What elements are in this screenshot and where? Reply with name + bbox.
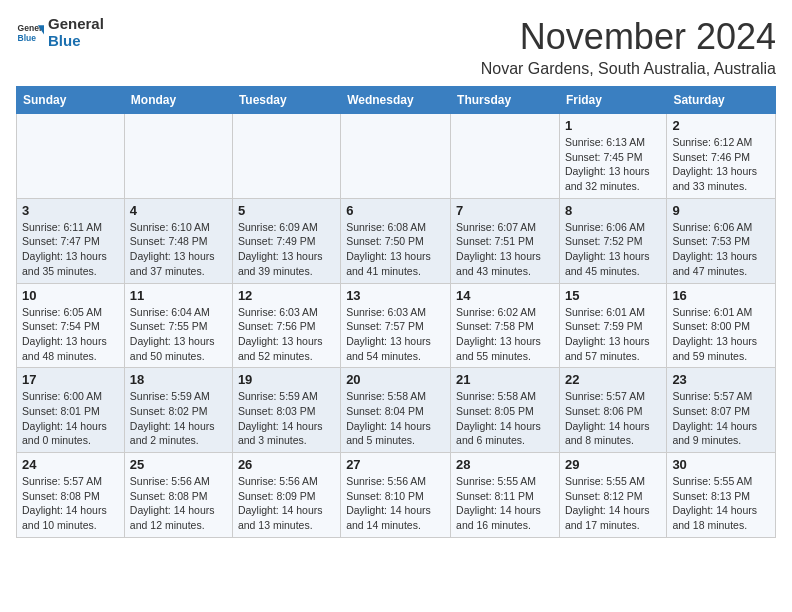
- calendar-cell: 22Sunrise: 5:57 AM Sunset: 8:06 PM Dayli…: [559, 368, 666, 453]
- calendar-cell: 5Sunrise: 6:09 AM Sunset: 7:49 PM Daylig…: [232, 198, 340, 283]
- day-info: Sunrise: 6:06 AM Sunset: 7:52 PM Dayligh…: [565, 220, 661, 279]
- day-number: 1: [565, 118, 661, 133]
- calendar-cell: 8Sunrise: 6:06 AM Sunset: 7:52 PM Daylig…: [559, 198, 666, 283]
- day-number: 24: [22, 457, 119, 472]
- calendar-cell: 25Sunrise: 5:56 AM Sunset: 8:08 PM Dayli…: [124, 453, 232, 538]
- day-number: 6: [346, 203, 445, 218]
- calendar-week-2: 3Sunrise: 6:11 AM Sunset: 7:47 PM Daylig…: [17, 198, 776, 283]
- calendar-cell: 11Sunrise: 6:04 AM Sunset: 7:55 PM Dayli…: [124, 283, 232, 368]
- calendar-cell: [124, 114, 232, 199]
- day-info: Sunrise: 6:08 AM Sunset: 7:50 PM Dayligh…: [346, 220, 445, 279]
- calendar-cell: 26Sunrise: 5:56 AM Sunset: 8:09 PM Dayli…: [232, 453, 340, 538]
- day-number: 18: [130, 372, 227, 387]
- day-number: 22: [565, 372, 661, 387]
- day-number: 4: [130, 203, 227, 218]
- day-number: 25: [130, 457, 227, 472]
- calendar-cell: 19Sunrise: 5:59 AM Sunset: 8:03 PM Dayli…: [232, 368, 340, 453]
- day-number: 14: [456, 288, 554, 303]
- calendar-week-3: 10Sunrise: 6:05 AM Sunset: 7:54 PM Dayli…: [17, 283, 776, 368]
- calendar-cell: 29Sunrise: 5:55 AM Sunset: 8:12 PM Dayli…: [559, 453, 666, 538]
- day-info: Sunrise: 5:57 AM Sunset: 8:06 PM Dayligh…: [565, 389, 661, 448]
- day-number: 2: [672, 118, 770, 133]
- day-info: Sunrise: 5:57 AM Sunset: 8:08 PM Dayligh…: [22, 474, 119, 533]
- day-number: 27: [346, 457, 445, 472]
- day-number: 19: [238, 372, 335, 387]
- day-info: Sunrise: 6:07 AM Sunset: 7:51 PM Dayligh…: [456, 220, 554, 279]
- day-info: Sunrise: 6:05 AM Sunset: 7:54 PM Dayligh…: [22, 305, 119, 364]
- day-info: Sunrise: 6:03 AM Sunset: 7:57 PM Dayligh…: [346, 305, 445, 364]
- calendar-cell: 12Sunrise: 6:03 AM Sunset: 7:56 PM Dayli…: [232, 283, 340, 368]
- calendar-cell: 30Sunrise: 5:55 AM Sunset: 8:13 PM Dayli…: [667, 453, 776, 538]
- weekday-header-sunday: Sunday: [17, 87, 125, 114]
- logo-icon: General Blue: [16, 19, 44, 47]
- calendar-cell: [451, 114, 560, 199]
- calendar-cell: [232, 114, 340, 199]
- calendar-cell: 21Sunrise: 5:58 AM Sunset: 8:05 PM Dayli…: [451, 368, 560, 453]
- calendar-cell: [17, 114, 125, 199]
- day-number: 17: [22, 372, 119, 387]
- calendar-cell: 10Sunrise: 6:05 AM Sunset: 7:54 PM Dayli…: [17, 283, 125, 368]
- calendar-week-1: 1Sunrise: 6:13 AM Sunset: 7:45 PM Daylig…: [17, 114, 776, 199]
- day-info: Sunrise: 5:56 AM Sunset: 8:10 PM Dayligh…: [346, 474, 445, 533]
- calendar-cell: 18Sunrise: 5:59 AM Sunset: 8:02 PM Dayli…: [124, 368, 232, 453]
- location-subtitle: Novar Gardens, South Australia, Australi…: [481, 60, 776, 78]
- calendar-cell: 14Sunrise: 6:02 AM Sunset: 7:58 PM Dayli…: [451, 283, 560, 368]
- day-number: 30: [672, 457, 770, 472]
- weekday-header-tuesday: Tuesday: [232, 87, 340, 114]
- day-info: Sunrise: 6:02 AM Sunset: 7:58 PM Dayligh…: [456, 305, 554, 364]
- day-info: Sunrise: 6:09 AM Sunset: 7:49 PM Dayligh…: [238, 220, 335, 279]
- title-block: November 2024 Novar Gardens, South Austr…: [481, 16, 776, 78]
- weekday-header-monday: Monday: [124, 87, 232, 114]
- day-number: 3: [22, 203, 119, 218]
- logo: General Blue General Blue: [16, 16, 104, 49]
- calendar-cell: 3Sunrise: 6:11 AM Sunset: 7:47 PM Daylig…: [17, 198, 125, 283]
- weekday-header-friday: Friday: [559, 87, 666, 114]
- day-number: 7: [456, 203, 554, 218]
- day-number: 23: [672, 372, 770, 387]
- day-number: 20: [346, 372, 445, 387]
- weekday-header-saturday: Saturday: [667, 87, 776, 114]
- calendar-cell: 7Sunrise: 6:07 AM Sunset: 7:51 PM Daylig…: [451, 198, 560, 283]
- day-number: 5: [238, 203, 335, 218]
- day-number: 28: [456, 457, 554, 472]
- day-number: 13: [346, 288, 445, 303]
- day-number: 12: [238, 288, 335, 303]
- calendar-cell: 16Sunrise: 6:01 AM Sunset: 8:00 PM Dayli…: [667, 283, 776, 368]
- calendar-cell: 20Sunrise: 5:58 AM Sunset: 8:04 PM Dayli…: [341, 368, 451, 453]
- calendar-cell: 15Sunrise: 6:01 AM Sunset: 7:59 PM Dayli…: [559, 283, 666, 368]
- day-number: 11: [130, 288, 227, 303]
- weekday-header-row: SundayMondayTuesdayWednesdayThursdayFrid…: [17, 87, 776, 114]
- calendar-cell: 17Sunrise: 6:00 AM Sunset: 8:01 PM Dayli…: [17, 368, 125, 453]
- day-info: Sunrise: 6:01 AM Sunset: 8:00 PM Dayligh…: [672, 305, 770, 364]
- month-title: November 2024: [481, 16, 776, 58]
- day-number: 8: [565, 203, 661, 218]
- day-number: 29: [565, 457, 661, 472]
- calendar-cell: 9Sunrise: 6:06 AM Sunset: 7:53 PM Daylig…: [667, 198, 776, 283]
- page-header: General Blue General Blue November 2024 …: [16, 16, 776, 78]
- day-number: 26: [238, 457, 335, 472]
- day-info: Sunrise: 5:59 AM Sunset: 8:02 PM Dayligh…: [130, 389, 227, 448]
- calendar-week-4: 17Sunrise: 6:00 AM Sunset: 8:01 PM Dayli…: [17, 368, 776, 453]
- calendar-table: SundayMondayTuesdayWednesdayThursdayFrid…: [16, 86, 776, 538]
- weekday-header-thursday: Thursday: [451, 87, 560, 114]
- day-info: Sunrise: 6:01 AM Sunset: 7:59 PM Dayligh…: [565, 305, 661, 364]
- day-number: 21: [456, 372, 554, 387]
- calendar-week-5: 24Sunrise: 5:57 AM Sunset: 8:08 PM Dayli…: [17, 453, 776, 538]
- calendar-cell: 13Sunrise: 6:03 AM Sunset: 7:57 PM Dayli…: [341, 283, 451, 368]
- day-number: 10: [22, 288, 119, 303]
- day-info: Sunrise: 5:56 AM Sunset: 8:08 PM Dayligh…: [130, 474, 227, 533]
- calendar-cell: 24Sunrise: 5:57 AM Sunset: 8:08 PM Dayli…: [17, 453, 125, 538]
- day-info: Sunrise: 5:58 AM Sunset: 8:05 PM Dayligh…: [456, 389, 554, 448]
- day-info: Sunrise: 5:55 AM Sunset: 8:11 PM Dayligh…: [456, 474, 554, 533]
- day-info: Sunrise: 5:57 AM Sunset: 8:07 PM Dayligh…: [672, 389, 770, 448]
- day-info: Sunrise: 6:03 AM Sunset: 7:56 PM Dayligh…: [238, 305, 335, 364]
- calendar-cell: 27Sunrise: 5:56 AM Sunset: 8:10 PM Dayli…: [341, 453, 451, 538]
- day-info: Sunrise: 5:56 AM Sunset: 8:09 PM Dayligh…: [238, 474, 335, 533]
- day-info: Sunrise: 6:10 AM Sunset: 7:48 PM Dayligh…: [130, 220, 227, 279]
- day-info: Sunrise: 6:00 AM Sunset: 8:01 PM Dayligh…: [22, 389, 119, 448]
- logo-blue-text: Blue: [48, 33, 104, 50]
- logo-general-text: General: [48, 16, 104, 33]
- weekday-header-wednesday: Wednesday: [341, 87, 451, 114]
- calendar-cell: 1Sunrise: 6:13 AM Sunset: 7:45 PM Daylig…: [559, 114, 666, 199]
- svg-text:Blue: Blue: [18, 32, 37, 42]
